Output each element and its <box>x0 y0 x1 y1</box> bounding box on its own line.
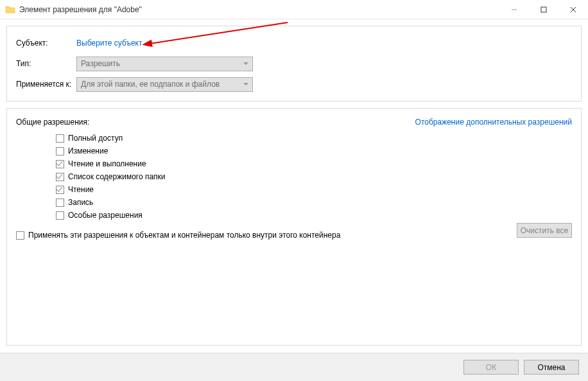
permission-label: Изменение <box>68 146 108 155</box>
permission-label: Полный доступ <box>68 134 123 143</box>
chevron-down-icon <box>243 62 248 65</box>
permission-checkbox[interactable] <box>56 173 64 181</box>
permission-checkbox[interactable] <box>56 134 64 143</box>
ok-button[interactable]: ОК <box>463 360 519 375</box>
permission-label: Список содержимого папки <box>68 172 166 181</box>
principal-group: Субъект: Выберите субъект Тип: Разрешить… <box>6 26 582 102</box>
folder-icon <box>5 4 15 15</box>
permission-item: Список содержимого папки <box>56 170 572 183</box>
minimize-button[interactable] <box>499 0 529 19</box>
permission-label: Запись <box>68 198 93 207</box>
type-combobox[interactable]: Разрешить <box>76 57 253 71</box>
advanced-permissions-link[interactable]: Отображение дополнительных разрешений <box>415 118 572 127</box>
dialog-button-bar: ОК Отмена <box>0 353 588 381</box>
permission-checkbox[interactable] <box>56 186 64 194</box>
permissions-list: Полный доступИзменениеЧтение и выполнени… <box>56 132 572 222</box>
type-label: Тип: <box>16 59 76 68</box>
permission-label: Чтение и выполнение <box>68 159 146 168</box>
subject-label: Субъект: <box>16 39 76 48</box>
window-title: Элемент разрешения для "Adobe" <box>19 5 499 14</box>
permission-item: Чтение <box>56 183 572 196</box>
permission-checkbox[interactable] <box>56 147 64 155</box>
permission-label: Особые разрешения <box>68 211 143 220</box>
permission-checkbox[interactable] <box>56 160 64 168</box>
clear-all-button[interactable]: Очистить все <box>517 223 572 238</box>
type-value: Разрешить <box>81 59 120 68</box>
permission-item: Особые разрешения <box>56 209 572 222</box>
permissions-group: Общие разрешения: Отображение дополнител… <box>6 108 582 346</box>
permissions-title: Общие разрешения: <box>16 118 89 127</box>
maximize-button[interactable] <box>529 0 558 19</box>
permission-checkbox[interactable] <box>56 211 64 220</box>
permission-item: Полный доступ <box>56 132 572 145</box>
permission-item: Чтение и выполнение <box>56 157 572 170</box>
permission-item: Изменение <box>56 145 572 157</box>
permission-checkbox[interactable] <box>56 199 64 207</box>
apply-inherit-label: Применять эти разрешения к объектам и ко… <box>28 231 340 240</box>
applies-value: Для этой папки, ее подпапок и файлов <box>81 80 220 89</box>
titlebar: Элемент разрешения для "Adobe" <box>0 0 588 19</box>
select-subject-link[interactable]: Выберите субъект <box>76 39 142 48</box>
svg-rect-1 <box>541 7 546 12</box>
applies-combobox[interactable]: Для этой папки, ее подпапок и файлов <box>76 77 253 92</box>
close-button[interactable] <box>558 0 588 19</box>
titlebar-buttons <box>499 0 588 19</box>
chevron-down-icon <box>243 83 248 85</box>
permission-item: Запись <box>56 196 572 209</box>
cancel-button[interactable]: Отмена <box>524 360 579 375</box>
applies-label: Применяется к: <box>16 80 76 89</box>
permission-label: Чтение <box>68 185 94 194</box>
apply-inherit-checkbox[interactable] <box>16 231 24 240</box>
